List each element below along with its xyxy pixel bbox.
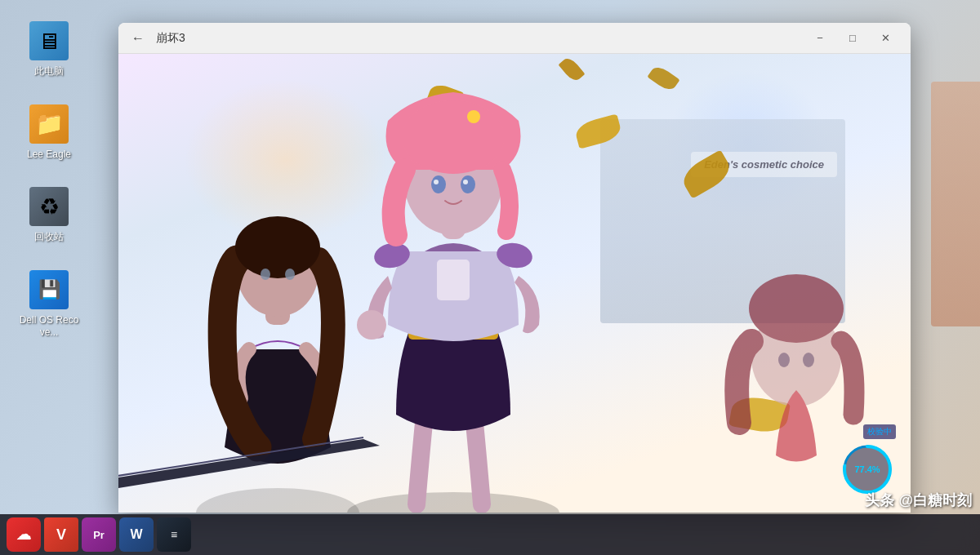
desktop-sidebar: 🖥 此电脑 📁 Lee Eagle ♻ 回收站 💾 Dell OS Recove…	[0, 0, 98, 522]
loading-label: 校验中	[863, 424, 896, 439]
svg-point-4	[261, 269, 270, 280]
svg-point-19	[463, 180, 468, 184]
watermark: 头条 @白糖时刻	[865, 491, 972, 510]
svg-text:77.4%: 77.4%	[854, 464, 880, 474]
svg-point-15	[467, 110, 480, 123]
svg-point-21	[749, 274, 844, 343]
svg-point-14	[403, 100, 504, 174]
desktop: 🖥 此电脑 📁 Lee Eagle ♻ 回收站 💾 Dell OS Recove…	[0, 0, 980, 555]
back-button[interactable]: ←	[128, 28, 148, 49]
taskbar: ☁ V Pr W ≡	[0, 514, 980, 555]
recycle-icon: ♻	[29, 187, 69, 226]
taskbar-v-icon[interactable]: V	[44, 517, 78, 552]
sidebar-item-pc[interactable]: 🖥 此电脑	[12, 16, 86, 83]
svg-point-16	[431, 175, 446, 193]
taskbar-amazon-icon[interactable]: ≡	[157, 517, 191, 552]
svg-point-9	[357, 310, 386, 340]
recycle-label: 回收站	[34, 231, 64, 244]
taskbar-word-icon[interactable]: W	[119, 517, 154, 552]
progress-circle: 77.4% 校验中	[839, 441, 896, 498]
taskbar-pr-icon[interactable]: Pr	[82, 517, 116, 552]
sidebar-item-lee-eagle[interactable]: 📁 Lee Eagle	[12, 100, 86, 166]
svg-point-17	[461, 175, 475, 193]
minimize-button[interactable]: −	[804, 25, 835, 51]
window-titlebar: ← 崩坏3 − □ ✕	[118, 23, 911, 54]
dell-icon: 💾	[29, 270, 69, 309]
sidebar-item-recycle[interactable]: ♻ 回收站	[12, 182, 86, 249]
svg-point-23	[803, 353, 814, 367]
window-title: 崩坏3	[156, 31, 796, 46]
pc-icon: 🖥	[29, 21, 69, 60]
game-scene: Eden's cosmetic choice	[118, 54, 911, 513]
weapon-sword	[118, 431, 388, 496]
sidebar-item-dell[interactable]: 💾 Dell OS Recove...	[12, 265, 86, 344]
titlebar-controls: − □ ✕	[804, 25, 901, 51]
pc-label: 此电脑	[34, 65, 64, 78]
lee-eagle-label: Lee Eagle	[27, 149, 71, 162]
app-window: ← 崩坏3 − □ ✕ Eden's cosmetic choice	[118, 23, 911, 513]
svg-rect-8	[437, 260, 470, 300]
close-button[interactable]: ✕	[870, 25, 901, 51]
taskbar-baidu-icon[interactable]: ☁	[7, 517, 41, 552]
svg-point-22	[778, 353, 790, 367]
window-content: Eden's cosmetic choice	[118, 54, 911, 513]
dell-label: Dell OS Recove...	[17, 314, 81, 340]
folder-icon: 📁	[29, 104, 69, 144]
maximize-button[interactable]: □	[837, 25, 868, 51]
right-person-partial	[931, 82, 980, 326]
svg-point-18	[434, 180, 439, 184]
